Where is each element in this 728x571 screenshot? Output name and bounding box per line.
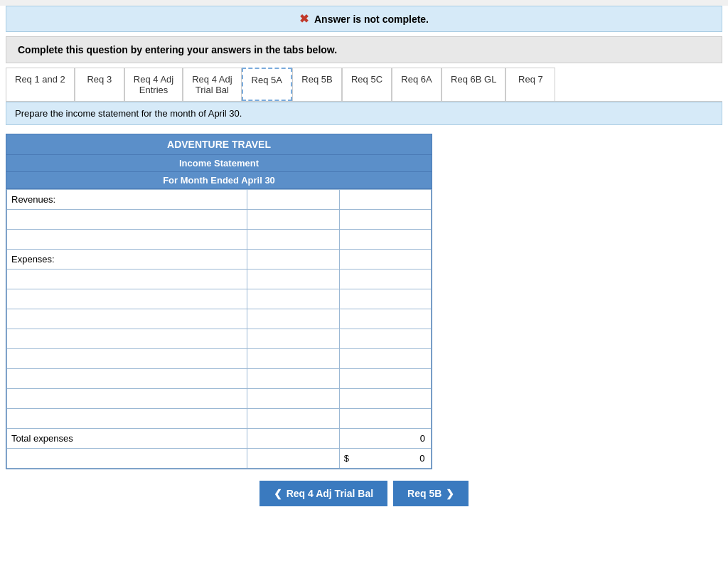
revenues-item-2-input[interactable] [11, 234, 242, 245]
alert-banner: ✖ Answer is not complete. [6, 6, 722, 32]
net-income-value-cell: $ [339, 449, 431, 469]
tabs-container: Req 1 and 2 Req 3 Req 4 AdjEntries Req 4… [6, 68, 722, 102]
revenues-item-1-right[interactable] [339, 210, 431, 230]
net-income-input[interactable] [352, 453, 425, 464]
expenses-item-3-right-input[interactable] [344, 314, 427, 324]
expenses-item-4-right-input[interactable] [344, 333, 427, 344]
expenses-label: Expenses: [7, 250, 247, 270]
expenses-item-7-mid-input[interactable] [252, 393, 334, 404]
total-expenses-mid [247, 429, 339, 449]
net-income-label-input[interactable] [11, 453, 242, 464]
expenses-row-3 [7, 309, 432, 329]
expenses-item-1-input[interactable] [11, 274, 242, 284]
alert-text: Answer is not complete. [314, 14, 429, 25]
table-period: For Month Ended April 30 [6, 172, 432, 189]
expenses-item-8-right-input[interactable] [344, 413, 427, 424]
expenses-item-4-mid-input[interactable] [252, 333, 334, 344]
prev-button-label: Req 4 Adj Trial Bal [287, 488, 373, 499]
revenues-item-1-mid-input[interactable] [252, 214, 334, 225]
revenues-item-2-mid-input[interactable] [252, 234, 334, 245]
expenses-item-2-right-input[interactable] [344, 294, 427, 304]
revenues-item-1-mid[interactable] [247, 210, 339, 230]
instruction-text: Complete this question by entering your … [18, 44, 337, 55]
expenses-item-7-input[interactable] [11, 393, 242, 404]
expenses-item-6-input[interactable] [11, 373, 242, 384]
revenues-label: Revenues: [7, 190, 247, 210]
tab-req6a[interactable]: Req 6A [392, 68, 441, 101]
revenues-row-2 [7, 230, 432, 250]
total-expenses-value: 0 [339, 429, 431, 449]
alert-icon: ✖ [299, 12, 309, 26]
expenses-item-6-right-input[interactable] [344, 373, 427, 384]
financial-table-wrapper: ADVENTURE TRAVEL Income Statement For Mo… [6, 134, 432, 469]
expenses-item-5-right-input[interactable] [344, 353, 427, 364]
expenses-item-1-right-input[interactable] [344, 274, 427, 284]
tab-req4adjtrialbal[interactable]: Req 4 AdjTrial Bal [183, 68, 241, 101]
tab-req1and2[interactable]: Req 1 and 2 [6, 68, 75, 101]
tab-req6bgl[interactable]: Req 6B GL [441, 68, 505, 101]
dollar-sign: $ [340, 453, 349, 464]
expenses-item-5-mid-input[interactable] [252, 353, 334, 364]
net-income-label[interactable] [7, 449, 247, 469]
revenues-row-1 [7, 210, 432, 230]
tab-req5c[interactable]: Req 5C [342, 68, 392, 101]
revenues-item-1-label[interactable] [7, 210, 247, 230]
expenses-item-3-input[interactable] [11, 314, 242, 324]
expenses-item-5-input[interactable] [11, 353, 242, 364]
revenues-header-row: Revenues: [7, 190, 432, 210]
tab-req5b[interactable]: Req 5B [292, 68, 342, 101]
expenses-item-2-mid-input[interactable] [252, 294, 334, 304]
expenses-row-5 [7, 349, 432, 369]
expenses-row-6 [7, 369, 432, 389]
expenses-item-6-mid-input[interactable] [252, 373, 334, 384]
total-expenses-row: Total expenses 0 [7, 429, 432, 449]
expenses-row-1 [7, 270, 432, 289]
nav-buttons: ❮ Req 4 Adj Trial Bal Req 5B ❯ [6, 481, 722, 506]
total-expenses-label: Total expenses [7, 429, 247, 449]
revenues-right-header [339, 190, 431, 210]
revenues-item-2-label[interactable] [7, 230, 247, 250]
next-button[interactable]: Req 5B ❯ [393, 481, 469, 506]
expenses-item-3-mid-input[interactable] [252, 314, 334, 324]
table-subtitle: Income Statement [6, 155, 432, 172]
prev-chevron-icon: ❮ [274, 488, 282, 499]
expenses-item-1-mid-input[interactable] [252, 274, 334, 284]
prev-button[interactable]: ❮ Req 4 Adj Trial Bal [259, 481, 387, 506]
net-income-row: $ [7, 449, 432, 469]
revenues-item-2-right-input[interactable] [344, 234, 427, 245]
expenses-right-header [339, 250, 431, 270]
revenues-item-2-right[interactable] [339, 230, 431, 250]
expenses-mid-header [247, 250, 339, 270]
tab-req3[interactable]: Req 3 [75, 68, 124, 101]
expenses-item-4-input[interactable] [11, 333, 242, 344]
revenues-item-1-right-input[interactable] [344, 214, 427, 225]
revenues-item-1-input[interactable] [11, 214, 242, 225]
content-area: Prepare the income statement for the mon… [6, 102, 722, 506]
sub-instruction-text: Prepare the income statement for the mon… [15, 108, 242, 119]
instruction-bar: Complete this question by entering your … [6, 36, 722, 63]
expenses-item-7-right-input[interactable] [344, 393, 427, 404]
sub-instruction: Prepare the income statement for the mon… [6, 102, 722, 125]
table-title: ADVENTURE TRAVEL [6, 134, 432, 155]
tab-req7[interactable]: Req 7 [505, 68, 555, 101]
expenses-row-4 [7, 329, 432, 349]
tab-req5a[interactable]: Req 5A [242, 68, 292, 101]
next-chevron-icon: ❯ [446, 488, 454, 499]
expenses-item-8-mid-input[interactable] [252, 413, 334, 424]
income-statement-table: Revenues: Expenses: [6, 189, 432, 469]
expenses-item-8-input[interactable] [11, 413, 242, 424]
net-income-dollar-cell: $ [340, 453, 431, 464]
next-button-label: Req 5B [407, 488, 441, 499]
revenues-item-2-mid[interactable] [247, 230, 339, 250]
expenses-item-2-input[interactable] [11, 294, 242, 304]
expenses-row-2 [7, 289, 432, 309]
expenses-row-7 [7, 389, 432, 409]
tab-req4adjentries[interactable]: Req 4 AdjEntries [124, 68, 183, 101]
revenues-mid-header [247, 190, 339, 210]
expenses-row-8 [7, 409, 432, 429]
net-income-mid [247, 449, 339, 469]
expenses-header-row: Expenses: [7, 250, 432, 270]
